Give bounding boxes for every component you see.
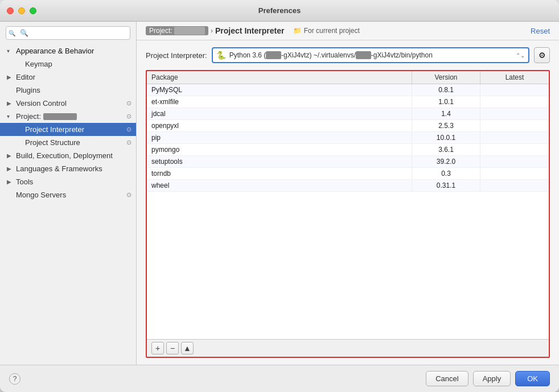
minimize-button[interactable] bbox=[18, 7, 25, 14]
right-panel: Project: ████ › Project Interpreter 📁 Fo… bbox=[137, 22, 559, 365]
expand-arrow-icon: ▶ bbox=[7, 74, 15, 80]
interpreter-selector[interactable]: 🐍 Python 3.6 ( -gXiJ4vtz) ~/.virtualenvs… bbox=[212, 47, 529, 63]
pkg-name: setuptools bbox=[147, 156, 412, 167]
help-button[interactable]: ? bbox=[9, 373, 20, 385]
panel-body: Project Interpreter: 🐍 Python 3.6 ( -gXi… bbox=[137, 40, 559, 365]
reset-button[interactable]: Reset bbox=[531, 27, 550, 35]
plus-icon: + bbox=[155, 344, 160, 353]
pkg-name: torndb bbox=[147, 168, 412, 179]
interpreter-label: Project Interpreter: bbox=[146, 51, 207, 60]
pkg-latest bbox=[480, 108, 549, 119]
sidebar-item-plugins[interactable]: Plugins bbox=[0, 84, 136, 97]
expand-arrow-icon: ▶ bbox=[7, 166, 15, 172]
pkg-name: et-xmlfile bbox=[147, 96, 412, 108]
add-package-button[interactable]: + bbox=[151, 342, 164, 354]
expand-arrow-icon: ▾ bbox=[7, 113, 15, 119]
pkg-latest bbox=[480, 156, 549, 167]
pkg-version: 3.6.1 bbox=[412, 144, 480, 155]
upgrade-package-button[interactable]: ▲ bbox=[181, 342, 194, 354]
python-icon: 🐍 bbox=[216, 51, 226, 60]
table-row[interactable]: et-xmlfile 1.0.1 bbox=[147, 96, 549, 108]
table-row[interactable]: setuptools 39.2.0 bbox=[147, 156, 549, 168]
pkg-version: 0.8.1 bbox=[412, 84, 480, 96]
page-title: Project Interpreter bbox=[215, 26, 284, 35]
sidebar: ▾ Appearance & Behavior Keymap ▶ Editor … bbox=[0, 22, 137, 365]
sidebar-item-appearance[interactable]: ▾ Appearance & Behavior bbox=[0, 44, 136, 57]
sync-icon: ⊙ bbox=[126, 139, 131, 146]
pkg-version: 2.5.3 bbox=[412, 120, 480, 131]
table-row[interactable]: openpyxl 2.5.3 bbox=[147, 120, 549, 132]
footer-left: ? bbox=[9, 373, 20, 385]
remove-package-button[interactable]: − bbox=[166, 342, 179, 354]
pkg-name: pymongo bbox=[147, 144, 412, 155]
sidebar-item-languages[interactable]: ▶ Languages & Frameworks bbox=[0, 162, 136, 175]
sync-icon: ⊙ bbox=[126, 100, 131, 107]
table-row[interactable]: pymongo 3.6.1 bbox=[147, 144, 549, 156]
sidebar-item-label: Plugins bbox=[16, 86, 40, 94]
interpreter-env-blurred bbox=[266, 51, 281, 59]
col-header-latest: Latest bbox=[480, 71, 549, 84]
pkg-version: 0.3 bbox=[412, 168, 480, 179]
sync-icon: ⊙ bbox=[126, 191, 131, 199]
table-row[interactable]: wheel 0.31.1 bbox=[147, 180, 549, 192]
search-box[interactable] bbox=[6, 26, 130, 40]
sidebar-item-label: Appearance & Behavior bbox=[16, 47, 94, 55]
expand-arrow-icon: ▾ bbox=[7, 48, 15, 54]
traffic-lights bbox=[7, 7, 36, 14]
sidebar-item-project[interactable]: ▾ Project: ████ ⊙ bbox=[0, 110, 136, 123]
sidebar-item-version-control[interactable]: ▶ Version Control ⊙ bbox=[0, 97, 136, 110]
sidebar-item-build-execution[interactable]: ▶ Build, Execution, Deployment bbox=[0, 149, 136, 162]
package-table: Package Version Latest PyMySQL 0.8.1 et-… bbox=[146, 70, 550, 358]
search-input[interactable] bbox=[6, 26, 130, 40]
expand-arrow-icon: ▶ bbox=[7, 152, 15, 159]
sync-icon: ⊙ bbox=[126, 126, 131, 133]
sidebar-item-editor[interactable]: ▶ Editor bbox=[0, 71, 136, 84]
sidebar-item-label: Languages & Frameworks bbox=[16, 164, 102, 173]
sidebar-item-keymap[interactable]: Keymap bbox=[0, 57, 136, 71]
col-header-version: Version bbox=[412, 71, 480, 84]
apply-button[interactable]: Apply bbox=[473, 371, 511, 386]
interpreter-path-blurred bbox=[356, 51, 371, 59]
pkg-version: 39.2.0 bbox=[412, 156, 480, 167]
col-header-package: Package bbox=[147, 71, 412, 84]
cancel-button[interactable]: Cancel bbox=[426, 371, 468, 386]
pkg-latest bbox=[480, 120, 549, 131]
minus-icon: − bbox=[170, 344, 175, 353]
titlebar: Preferences bbox=[0, 0, 559, 22]
ok-button[interactable]: OK bbox=[515, 371, 550, 386]
table-row[interactable]: jdcal 1.4 bbox=[147, 108, 549, 120]
pkg-name: wheel bbox=[147, 180, 412, 191]
sidebar-item-label: Project Interpreter bbox=[25, 125, 84, 134]
table-header: Package Version Latest bbox=[147, 71, 549, 84]
sync-icon: ⊙ bbox=[126, 113, 131, 120]
pkg-latest bbox=[480, 168, 549, 179]
breadcrumb: Project: ████ › Project Interpreter 📁 Fo… bbox=[146, 26, 360, 35]
window-footer: ? Cancel Apply OK bbox=[0, 365, 559, 392]
expand-arrow-icon: ▶ bbox=[7, 179, 15, 185]
table-row[interactable]: PyMySQL 0.8.1 bbox=[147, 84, 549, 96]
sidebar-item-project-structure[interactable]: Project Structure ⊙ bbox=[0, 136, 136, 149]
breadcrumb-arrow-icon: › bbox=[211, 27, 213, 35]
sidebar-item-label: Project Structure bbox=[25, 138, 80, 147]
table-toolbar: + − ▲ bbox=[147, 339, 549, 357]
pkg-latest bbox=[480, 84, 549, 96]
sidebar-item-mongo-servers[interactable]: Mongo Servers ⊙ bbox=[0, 188, 136, 201]
pkg-version: 10.0.1 bbox=[412, 132, 480, 143]
gear-button[interactable]: ⚙ bbox=[534, 47, 550, 63]
maximize-button[interactable] bbox=[30, 7, 36, 14]
sidebar-item-label: Build, Execution, Deployment bbox=[16, 151, 113, 160]
pkg-name: openpyxl bbox=[147, 120, 412, 131]
expand-arrow-icon: ▶ bbox=[7, 100, 15, 106]
sidebar-item-label: Tools bbox=[16, 178, 33, 186]
pkg-latest bbox=[480, 144, 549, 155]
table-row[interactable]: pip 10.0.1 bbox=[147, 132, 549, 144]
sidebar-item-tools[interactable]: ▶ Tools bbox=[0, 175, 136, 188]
table-row[interactable]: torndb 0.3 bbox=[147, 168, 549, 180]
pkg-version: 1.4 bbox=[412, 108, 480, 119]
table-body: PyMySQL 0.8.1 et-xmlfile 1.0.1 jdcal 1.4… bbox=[147, 84, 549, 339]
sidebar-item-label: Version Control bbox=[16, 99, 67, 108]
close-button[interactable] bbox=[7, 7, 14, 14]
pkg-name: PyMySQL bbox=[147, 84, 412, 96]
for-current-project-label: 📁 For current project bbox=[293, 27, 359, 35]
sidebar-item-project-interpreter[interactable]: Project Interpreter ⊙ bbox=[0, 123, 136, 136]
